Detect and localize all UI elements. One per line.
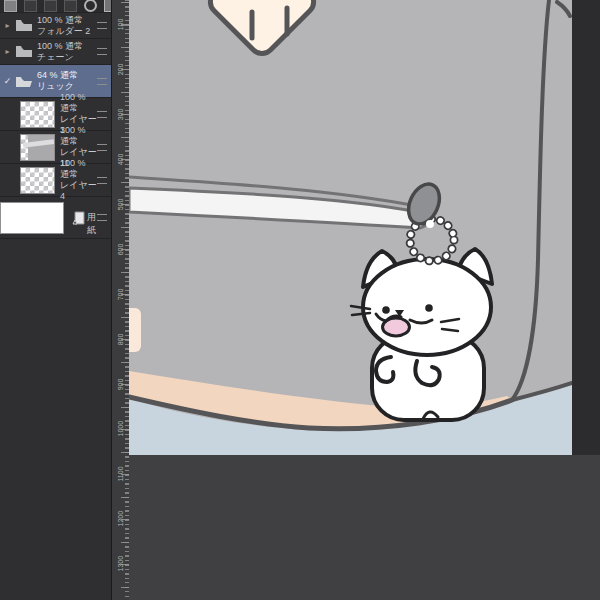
ruler-label: 700 <box>117 288 124 302</box>
edit-check-icon[interactable]: ✓ <box>0 76 15 86</box>
layer-thumbnail[interactable] <box>20 101 55 128</box>
paper-icon <box>72 211 85 225</box>
layer-row-text: 64 % 通常 リュック <box>37 70 97 92</box>
layer-menu-icon[interactable] <box>97 214 107 221</box>
vertical-ruler: 1002003004005006007008009001000110012001… <box>112 0 129 600</box>
new-folder-icon[interactable] <box>24 0 37 12</box>
open-folder-icon <box>15 75 33 88</box>
backpack-side-tab <box>129 308 141 352</box>
layer-menu-icon[interactable] <box>97 111 107 118</box>
layer-row-paper[interactable]: 用紙 <box>0 197 111 239</box>
expand-arrow-icon[interactable]: ▸ <box>0 21 15 30</box>
transfer-down-icon[interactable] <box>44 0 57 12</box>
layer-thumbnail[interactable] <box>20 134 55 161</box>
ruler-label: 1200 <box>117 513 124 527</box>
paper-thumbnail[interactable] <box>0 202 64 234</box>
layer-menu-icon[interactable] <box>97 78 107 85</box>
pasteboard-right <box>572 0 600 455</box>
layer-menu-icon[interactable] <box>97 144 107 151</box>
layer-name: フォルダー 2 <box>37 26 97 37</box>
layers-panel: ▸ 100 % 通常 フォルダー 2 ▸ 100 % 通常 チェーン ✓ <box>0 0 112 600</box>
layer-name: 用紙 <box>87 211 97 237</box>
ruler-label: 200 <box>117 63 124 77</box>
layer-menu-icon[interactable] <box>97 22 107 29</box>
ruler-label: 100 <box>117 18 124 32</box>
layers-panel-toolbar <box>0 0 111 13</box>
layer-thumbnail[interactable] <box>20 167 55 194</box>
layer-row-folder-2[interactable]: ▸ 100 % 通常 フォルダー 2 <box>0 13 111 39</box>
folder-icon <box>15 45 33 58</box>
layer-row-layer-4[interactable]: 100 % 通常 レイヤー 4 <box>0 164 111 197</box>
merge-icon[interactable] <box>64 0 77 12</box>
layer-menu-icon[interactable] <box>97 48 107 55</box>
cat-eye-right <box>425 304 433 312</box>
ruler-label: 400 <box>117 153 124 167</box>
ruler-label: 1300 <box>117 558 124 572</box>
ruler-label: 500 <box>117 198 124 212</box>
folder-icon <box>15 19 33 32</box>
layer-row-text: 100 % 通常 レイヤー 4 <box>60 158 97 202</box>
clipping-circle-icon[interactable] <box>84 0 97 12</box>
paint-app-window: ▸ 100 % 通常 フォルダー 2 ▸ 100 % 通常 チェーン ✓ <box>0 0 600 600</box>
layer-name: リュック <box>37 81 97 92</box>
layer-row-text: 100 % 通常 フォルダー 2 <box>37 15 97 37</box>
ruler-label: 300 <box>117 108 124 122</box>
ruler-label: 1000 <box>117 423 124 437</box>
cat-eye-left <box>382 306 390 314</box>
ruler-label: 600 <box>117 243 124 257</box>
canvas-viewport[interactable] <box>129 0 572 455</box>
ruler-label: 900 <box>117 378 124 392</box>
pasteboard-bottom <box>129 455 600 600</box>
zipper-pull-highlight <box>426 220 434 228</box>
artwork-backpack-cat <box>129 0 572 455</box>
layer-menu-icon[interactable] <box>97 177 107 184</box>
ruler-label: 1100 <box>117 468 124 482</box>
cat-charm <box>351 249 492 420</box>
ruler-label: 800 <box>117 333 124 347</box>
layer-name: チェーン <box>37 52 97 63</box>
layer-row-chain[interactable]: ▸ 100 % 通常 チェーン <box>0 39 111 65</box>
combine-layers-icon[interactable] <box>4 0 17 12</box>
layer-row-text: 100 % 通常 チェーン <box>37 41 97 63</box>
expand-arrow-icon[interactable]: ▸ <box>0 47 15 56</box>
delete-page-icon[interactable] <box>104 0 111 12</box>
